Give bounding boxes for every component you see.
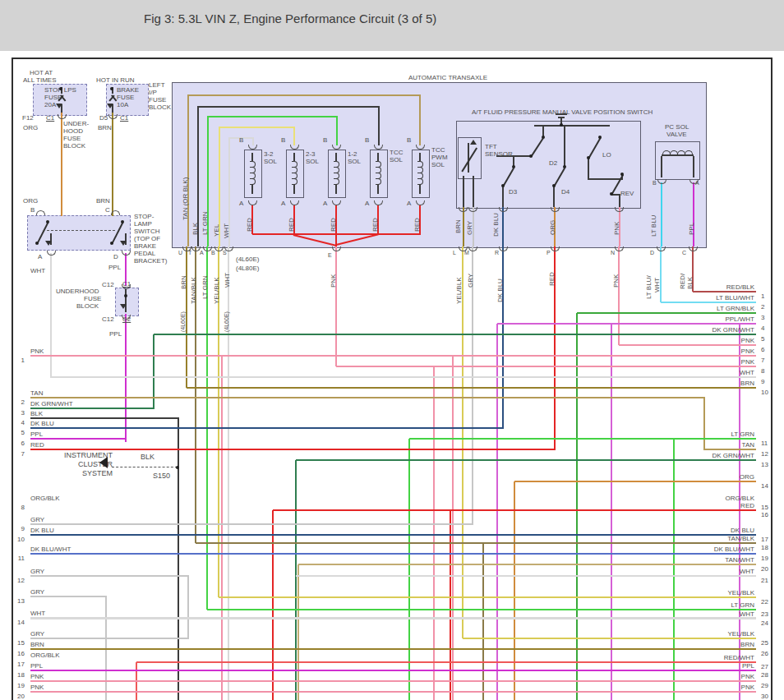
junction-dot [110, 242, 113, 245]
junction-dot [124, 294, 127, 297]
row-label: RED [740, 502, 754, 509]
text-label: AUTOMATIC TRANSAXLE [408, 74, 487, 81]
figure-title: Fig 3: 5.3L VIN Z, Engine Performance Ci… [144, 12, 436, 25]
row-label: PNK [741, 358, 754, 366]
text-label: BRAKE [134, 242, 156, 250]
row-label: DK BLU/WHT [714, 546, 754, 553]
solenoid-lead [377, 153, 379, 161]
vertical-wire-label: RED/ [679, 274, 686, 289]
wire-segment [553, 186, 555, 207]
row-number: 18 [761, 544, 768, 551]
junction-dot [542, 136, 545, 139]
row-label: BRN [30, 641, 44, 648]
row-number: 5 [13, 429, 25, 436]
circuit-wire-row [704, 449, 756, 450]
wire-segment [564, 125, 565, 168]
row-number: 13 [761, 461, 768, 468]
connector-pin-icon [615, 246, 624, 251]
wire-segment [661, 182, 662, 246]
text-label: R [495, 250, 499, 256]
diagram-border-right [771, 58, 772, 700]
row-number: 15 [761, 504, 768, 511]
solenoid-lead [251, 184, 253, 194]
circuit-wire-row [187, 387, 756, 389]
text-label: BRACKET) [134, 257, 167, 265]
text-label: A [281, 200, 285, 207]
circuit-wire-row [30, 596, 107, 597]
text-label: REV [620, 190, 634, 197]
row-number: 12 [13, 577, 25, 584]
circuit-wire-row [497, 323, 756, 325]
arrowhead-icon [470, 140, 477, 145]
arrowhead-icon [107, 104, 113, 108]
wire-segment [433, 366, 435, 700]
text-label: PPL [109, 330, 122, 338]
circuit-wire-row [30, 355, 756, 357]
wire-segment [450, 510, 451, 700]
row-number: 24 [761, 619, 768, 627]
row-number: 2 [761, 303, 764, 311]
circuit-wire-row [30, 618, 756, 619]
text-label: SOL [390, 156, 403, 163]
circuit-wire-row [30, 449, 556, 450]
wire-segment [178, 418, 179, 700]
row-label: DK BLU [731, 527, 754, 534]
wire-segment [336, 116, 338, 145]
row-label: YEL/BLK [728, 630, 754, 638]
vertical-wire-label: WHT [223, 223, 230, 238]
connector-pin-icon [36, 210, 45, 215]
connector-pin-icon [468, 246, 477, 251]
wire-segment [295, 460, 297, 700]
text-label: HOT IN RUN [96, 76, 135, 84]
row-label: DK BLU [30, 527, 54, 534]
wire-segment [462, 246, 463, 638]
row-number: 4 [13, 419, 25, 426]
wire-segment [219, 127, 295, 128]
row-number: 20 [13, 693, 25, 700]
circuit-wire-row [30, 680, 756, 682]
text-label: LO [602, 151, 611, 159]
row-label: PPL [30, 431, 43, 438]
row-number: 26 [761, 650, 768, 657]
row-label: DK GRN/WHT [712, 452, 754, 459]
connector-pin-icon [47, 251, 56, 256]
vertical-wire-label: BLK [686, 277, 694, 289]
row-number: 20 [761, 565, 768, 573]
solenoid-lead [293, 184, 295, 194]
text-label: FUSE [63, 135, 81, 142]
vertical-wire-label: WHT [224, 273, 231, 288]
vertical-wire-label: DK BLU [496, 279, 504, 302]
circuit-wire-row [409, 438, 756, 440]
row-number: 13 [13, 597, 25, 605]
row-label: DK GRN/WHT [712, 326, 754, 334]
connector-pin-icon [108, 114, 118, 119]
text-label: UNDER- [63, 120, 89, 127]
circuit-wire-row [51, 376, 756, 378]
text-label: C12 [102, 315, 114, 323]
row-label: PNK [30, 684, 44, 691]
text-label: BRAKE [117, 86, 139, 94]
text-label: A [38, 253, 42, 260]
row-label: WHT [740, 568, 754, 575]
vertical-wire-label: BRN [180, 275, 187, 289]
row-number: 3 [13, 409, 25, 417]
text-label: (TOP OF [134, 235, 160, 242]
wire-segment [125, 314, 127, 442]
row-label: YEL/BLK [728, 589, 754, 596]
solenoid-lead [419, 184, 421, 194]
wire-segment [482, 543, 484, 700]
row-number: 2 [13, 398, 25, 406]
junction-dot [512, 165, 515, 168]
text-label: A [200, 250, 204, 256]
vertical-wire-label: GRY [467, 274, 474, 288]
text-label: LAMP [134, 220, 152, 228]
row-label: WHT [30, 610, 45, 617]
connector-pin-icon [332, 246, 341, 251]
row-number: 17 [13, 661, 25, 668]
text-label: B [365, 136, 369, 144]
dashed-link [112, 467, 178, 467]
junction-dot [501, 184, 505, 187]
circuit-wire-row [207, 609, 756, 610]
row-number: 3 [761, 314, 764, 321]
text-label: 20A [44, 101, 56, 108]
